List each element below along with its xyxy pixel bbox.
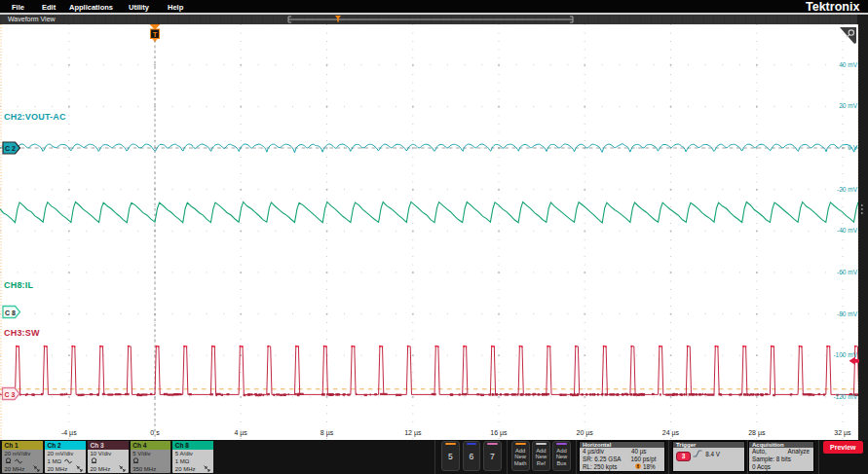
- svg-text:C 8: C 8: [5, 310, 16, 316]
- svg-text:C 3: C 3: [5, 391, 16, 398]
- svg-text:C 2: C 2: [5, 145, 16, 152]
- svg-text:T: T: [153, 30, 158, 39]
